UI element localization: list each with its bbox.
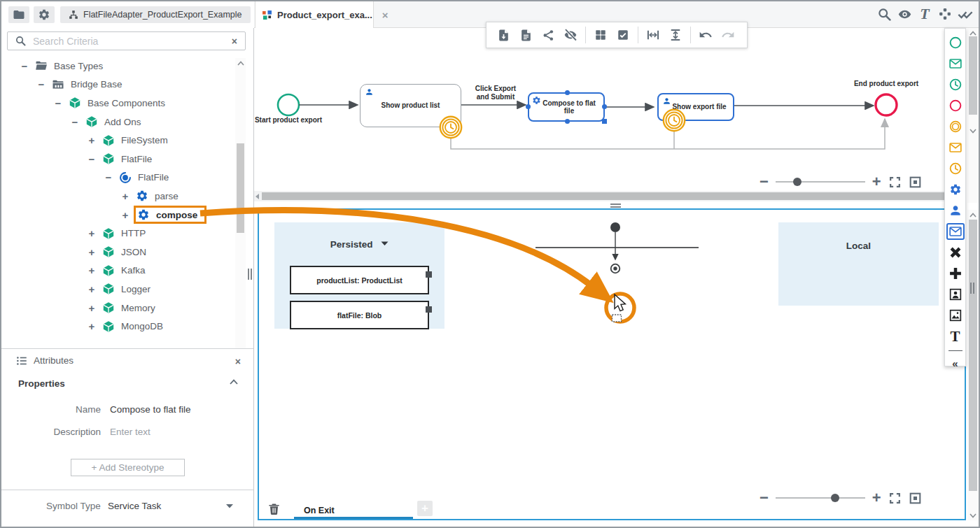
search-clear-icon[interactable]: × [224, 36, 245, 47]
tab-close-icon[interactable]: × [382, 9, 388, 21]
tree-item-compose[interactable]: +compose [1, 206, 234, 224]
panel-resize-handle[interactable] [610, 204, 621, 208]
folder-button[interactable] [8, 6, 29, 23]
symbol-type-value[interactable]: Service Task [108, 501, 161, 511]
tree-item-parse[interactable]: +parse [1, 187, 234, 206]
document-icon[interactable] [516, 25, 536, 45]
expand-toggle-icon[interactable]: + [120, 209, 130, 221]
zoom-in-icon[interactable]: + [872, 174, 881, 190]
dist-height-icon[interactable] [666, 25, 685, 45]
expand-toggle-icon[interactable]: + [87, 246, 97, 258]
initial-node[interactable] [610, 222, 620, 232]
expand-toggle-icon[interactable]: + [120, 190, 130, 202]
grid-icon[interactable] [591, 25, 610, 45]
collapse-toggle-icon[interactable]: − [87, 153, 97, 165]
tree-item-flatfile[interactable]: −FlatFile [1, 150, 234, 169]
undo-icon[interactable] [696, 25, 715, 45]
timer-boundary-event[interactable] [439, 115, 463, 139]
tree-item-bridge-base[interactable]: −Bridge Base [1, 76, 234, 94]
palette-collapse-palette[interactable]: « [945, 352, 966, 373]
bpmn-canvas[interactable]: Start product export End product export … [254, 28, 966, 190]
selection-handle[interactable] [565, 119, 570, 124]
scroll-up-icon[interactable] [235, 58, 246, 68]
search-icon[interactable] [875, 5, 893, 23]
palette-start-event[interactable] [945, 32, 966, 53]
tab-on-exit[interactable]: On Exit [304, 506, 335, 515]
zoom-slider[interactable] [776, 181, 865, 183]
vertical-scroll-thumb[interactable] [969, 220, 977, 491]
eye-icon[interactable] [895, 5, 913, 23]
palette-image[interactable] [945, 305, 966, 326]
move-icon[interactable] [936, 5, 954, 23]
trash-icon[interactable] [267, 502, 281, 515]
palette-text-annotation[interactable]: T [945, 326, 966, 347]
attributes-close-icon[interactable]: × [235, 356, 241, 367]
add-stereotype-button[interactable]: + Add Stereotype [71, 459, 185, 476]
tree-item-kafka[interactable]: +Kafka [1, 262, 234, 280]
project-breadcrumb[interactable]: FlatFileAdapter_ProductExport_Example [60, 6, 251, 23]
scroll-left-icon[interactable] [255, 194, 260, 199]
add-action-tab-button[interactable]: + [417, 501, 433, 516]
zoom-out-icon[interactable]: − [760, 174, 769, 190]
tree-item-add-ons[interactable]: −Add Ons [1, 113, 234, 131]
palette-user-task[interactable] [945, 200, 966, 221]
fullscreen-icon[interactable] [888, 492, 902, 505]
expand-toggle-icon[interactable]: + [87, 283, 97, 295]
tree-item-json[interactable]: +JSON [1, 243, 234, 262]
dist-width-icon[interactable] [643, 25, 663, 45]
zoom-slider-handle[interactable] [831, 494, 839, 502]
tree-item-flatfile[interactable]: −FlatFile [1, 169, 234, 187]
timer-boundary-event[interactable] [662, 108, 686, 132]
collapse-section-icon[interactable] [230, 379, 238, 385]
tree-item-filesystem[interactable]: +FileSystem [1, 131, 234, 150]
collapse-toggle-icon[interactable]: − [53, 97, 63, 109]
fullscreen-icon[interactable] [888, 176, 902, 189]
palette-parallel-gateway[interactable] [945, 263, 966, 284]
scroll-down-icon[interactable] [967, 511, 978, 520]
expand-toggle-icon[interactable]: + [87, 320, 97, 332]
tree-item-http[interactable]: +HTTP [1, 224, 234, 243]
expand-toggle-icon[interactable]: + [87, 264, 97, 276]
action-mapping-canvas[interactable]: Persisted productList: ProductList flatF… [258, 208, 966, 520]
palette-participant[interactable] [945, 284, 966, 305]
symbol-type-dropdown-icon[interactable] [225, 504, 234, 509]
settings-button[interactable] [34, 6, 55, 23]
expand-toggle-icon[interactable]: + [87, 302, 97, 314]
palette-service-task[interactable] [945, 179, 966, 200]
download-file-icon[interactable] [493, 25, 513, 45]
zoom-slider[interactable] [776, 497, 865, 499]
palette-timer-start-event[interactable] [945, 74, 966, 95]
horizontal-scrollbar[interactable] [254, 191, 966, 201]
selection-handle[interactable] [602, 104, 607, 109]
palette-exclusive-gateway[interactable] [945, 242, 966, 263]
right-splitter-handle[interactable] [970, 283, 974, 294]
expand-toggle-icon[interactable]: + [87, 227, 97, 239]
collapse-toggle-icon[interactable]: − [104, 171, 113, 183]
collapse-toggle-icon[interactable]: − [20, 60, 29, 72]
selection-handle[interactable] [565, 90, 570, 95]
palette-message-start-event[interactable] [945, 53, 966, 74]
description-field-placeholder[interactable]: Enter text [110, 427, 150, 437]
tab-product-export[interactable]: Product_export_exa... × [255, 1, 374, 28]
fit-to-screen-icon[interactable] [909, 492, 922, 505]
start-event[interactable] [278, 94, 299, 115]
vertical-scrollbar-top[interactable] [967, 28, 979, 203]
vertical-scroll-thumb[interactable] [969, 36, 977, 115]
palette-end-event[interactable] [945, 95, 966, 116]
horizontal-scroll-thumb[interactable] [262, 192, 944, 200]
redo-icon[interactable] [718, 25, 738, 45]
task-compose-to-flat-file[interactable]: Compose to flat file [528, 92, 605, 122]
tree-item-memory[interactable]: +Memory [1, 299, 234, 317]
palette-timer-intermediate-event[interactable] [945, 158, 966, 179]
tree-item-mongodb[interactable]: +MongoDB [1, 317, 234, 336]
collapse-toggle-icon[interactable]: − [70, 116, 80, 128]
zoom-in-icon[interactable]: + [872, 490, 881, 506]
palette-message-intermediate-event[interactable] [945, 137, 966, 158]
name-field-value[interactable]: Compose to flat file [110, 404, 191, 415]
palette-intermediate-event[interactable] [945, 116, 966, 137]
text-style-icon[interactable]: T [916, 5, 934, 23]
tree-scrollbar[interactable] [235, 58, 246, 357]
palette-send-task[interactable] [945, 221, 966, 242]
resize-handle[interactable] [602, 119, 607, 124]
expand-toggle-icon[interactable]: + [87, 134, 97, 146]
